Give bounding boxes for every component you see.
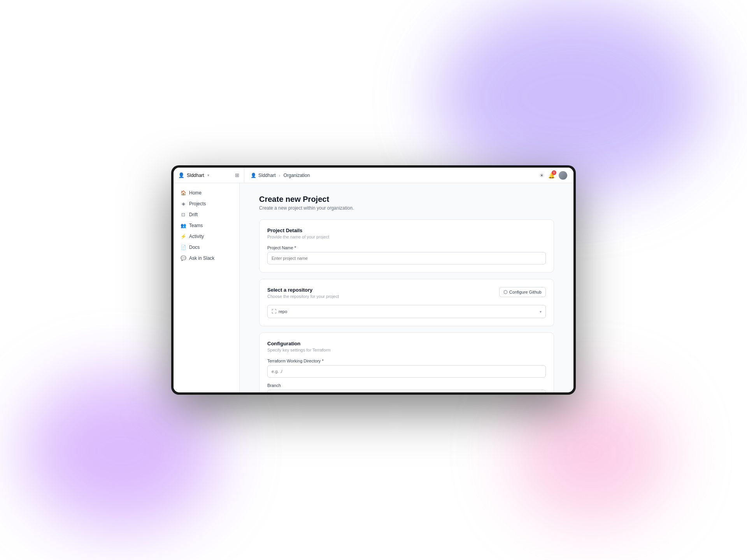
user-icon: 👤 xyxy=(178,172,184,178)
bg-blob-pink xyxy=(514,385,669,521)
sidebar-label-drift: Drift xyxy=(189,212,198,217)
breadcrumb-separator: › xyxy=(279,173,281,178)
sidebar-item-docs[interactable]: 📄 Docs xyxy=(177,242,236,252)
repo-chevron-icon: ▾ xyxy=(540,310,542,314)
docs-icon: 📄 xyxy=(181,245,186,250)
project-name-label: Project Name * xyxy=(267,245,546,250)
avatar[interactable] xyxy=(559,171,567,180)
repository-card: Select a repository Choose the repositor… xyxy=(259,279,554,326)
notification-badge: 1 xyxy=(552,170,556,175)
project-details-title: Project Details xyxy=(267,228,546,233)
chevron-down-icon: ▾ xyxy=(207,173,209,177)
sidebar-label-docs: Docs xyxy=(189,245,200,250)
projects-icon: ◈ xyxy=(181,201,186,206)
project-details-subtitle: Provide the name of your project xyxy=(267,234,546,239)
github-icon: ⬡ xyxy=(503,289,507,295)
sidebar-item-drift[interactable]: ⊡ Drift xyxy=(177,210,236,220)
repository-card-header-left: Select a repository Choose the repositor… xyxy=(267,287,339,305)
topbar-breadcrumb: 👤 Slddhart › Organization xyxy=(244,173,539,178)
breadcrumb-user: 👤 Slddhart xyxy=(251,173,276,178)
breadcrumb-username-label: Slddhart xyxy=(258,173,276,178)
sidebar-label-teams: Teams xyxy=(189,223,203,228)
repo-select-dropdown[interactable]: ⛶ repo ▾ xyxy=(267,305,546,318)
branch-input[interactable] xyxy=(267,390,546,392)
topbar-left: 👤 Slddhart ▾ ⊞ xyxy=(178,168,244,183)
repo-selected-value: repo xyxy=(279,309,287,314)
teams-icon: 👥 xyxy=(181,223,186,228)
repository-subtitle: Choose the repository for your project xyxy=(267,294,339,299)
bg-blob-violet xyxy=(23,373,218,529)
branch-label: Branch xyxy=(267,383,546,388)
page-title: Create new Project xyxy=(259,195,554,204)
topbar: 👤 Slddhart ▾ ⊞ 👤 Slddhart › Organization… xyxy=(174,168,573,183)
breadcrumb-org-label: Organization xyxy=(283,173,310,178)
page-subtitle: Create a new project within your organiz… xyxy=(259,205,554,211)
layout-icon[interactable]: ⊞ xyxy=(235,172,239,178)
topbar-right: ☀ 🔔 1 xyxy=(539,171,569,180)
configuration-title: Configuration xyxy=(267,341,546,346)
device-frame: 👤 Slddhart ▾ ⊞ 👤 Slddhart › Organization… xyxy=(171,165,576,395)
topbar-user[interactable]: 👤 Slddhart ▾ xyxy=(178,172,209,178)
repo-icon: ⛶ xyxy=(272,309,276,314)
sidebar-item-home[interactable]: 🏠 Home xyxy=(177,188,236,198)
project-name-input[interactable] xyxy=(267,252,546,264)
configure-github-label: Configure Github xyxy=(509,290,542,294)
sidebar-label-ask-in-slack: Ask in Slack xyxy=(189,256,214,261)
sidebar-item-projects[interactable]: ◈ Projects xyxy=(177,199,236,209)
repository-card-header: Select a repository Choose the repositor… xyxy=(267,287,546,305)
sidebar-label-home: Home xyxy=(189,190,202,196)
sidebar: 🏠 Home ◈ Projects ⊡ Drift 👥 Teams ⚡ xyxy=(174,183,240,392)
sidebar-label-activity: Activity xyxy=(189,234,204,239)
device-screen: 👤 Slddhart ▾ ⊞ 👤 Slddhart › Organization… xyxy=(174,168,573,392)
main-content: Create new Project Create a new project … xyxy=(240,183,573,392)
sidebar-item-activity[interactable]: ⚡ Activity xyxy=(177,231,236,242)
avatar-image xyxy=(559,171,567,180)
configuration-subtitle: Specify key settings for Terraform xyxy=(267,348,546,352)
configuration-card: Configuration Specify key settings for T… xyxy=(259,332,554,392)
repository-title: Select a repository xyxy=(267,287,339,293)
repo-select-left: ⛶ repo xyxy=(272,309,287,314)
configure-github-button[interactable]: ⬡ Configure Github xyxy=(499,287,546,297)
theme-toggle-icon[interactable]: ☀ xyxy=(539,172,544,178)
activity-icon: ⚡ xyxy=(181,234,186,239)
topbar-username: Slddhart xyxy=(187,173,204,178)
terraform-dir-label: Terraform Working Directory * xyxy=(267,359,546,363)
drift-icon: ⊡ xyxy=(181,212,186,217)
slack-icon: 💬 xyxy=(181,256,186,261)
project-details-card: Project Details Provide the name of your… xyxy=(259,219,554,273)
main-layout: 🏠 Home ◈ Projects ⊡ Drift 👥 Teams ⚡ xyxy=(174,183,573,392)
sidebar-label-projects: Projects xyxy=(189,201,206,206)
sidebar-item-ask-in-slack[interactable]: 💬 Ask in Slack xyxy=(177,253,236,263)
home-icon: 🏠 xyxy=(181,190,186,196)
notifications-button[interactable]: 🔔 1 xyxy=(548,172,555,179)
breadcrumb-user-icon: 👤 xyxy=(251,173,256,178)
sidebar-item-teams[interactable]: 👥 Teams xyxy=(177,220,236,231)
terraform-dir-input[interactable] xyxy=(267,365,546,378)
